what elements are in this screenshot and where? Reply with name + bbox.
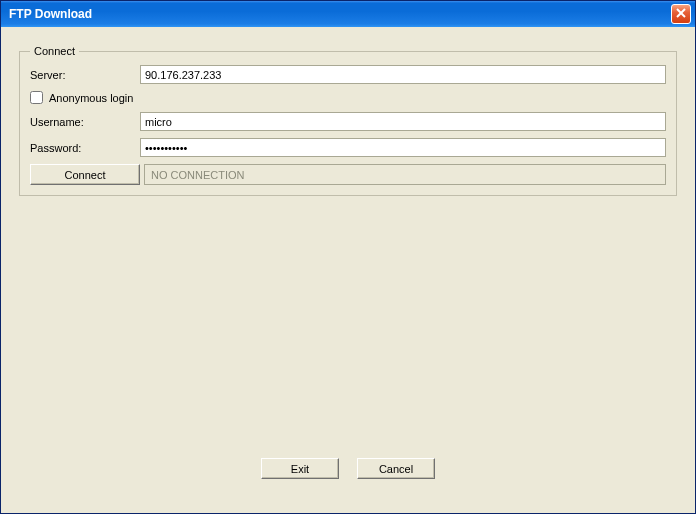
ftp-download-window: FTP Download Connect Server: Anonymous l…	[0, 0, 696, 514]
password-label: Password:	[30, 142, 140, 154]
password-row: Password:	[30, 138, 666, 157]
status-text: NO CONNECTION	[144, 164, 666, 185]
spacer	[19, 196, 677, 448]
username-row: Username:	[30, 112, 666, 131]
bottom-buttons: Exit Cancel	[19, 448, 677, 503]
username-label: Username:	[30, 116, 140, 128]
titlebar: FTP Download	[1, 1, 695, 27]
close-button[interactable]	[671, 4, 691, 24]
connect-action-row: Connect NO CONNECTION	[30, 164, 666, 185]
username-input[interactable]	[140, 112, 666, 131]
connect-group: Connect Server: Anonymous login Username…	[19, 45, 677, 196]
anonymous-label: Anonymous login	[49, 92, 133, 104]
server-input[interactable]	[140, 65, 666, 84]
anonymous-row: Anonymous login	[30, 91, 666, 104]
client-area: Connect Server: Anonymous login Username…	[1, 27, 695, 513]
password-input[interactable]	[140, 138, 666, 157]
connect-button[interactable]: Connect	[30, 164, 140, 185]
close-icon	[676, 7, 686, 21]
anonymous-checkbox[interactable]	[30, 91, 43, 104]
window-title: FTP Download	[9, 7, 671, 21]
cancel-button[interactable]: Cancel	[357, 458, 435, 479]
server-label: Server:	[30, 69, 140, 81]
exit-button[interactable]: Exit	[261, 458, 339, 479]
server-row: Server:	[30, 65, 666, 84]
connect-legend: Connect	[30, 45, 79, 57]
